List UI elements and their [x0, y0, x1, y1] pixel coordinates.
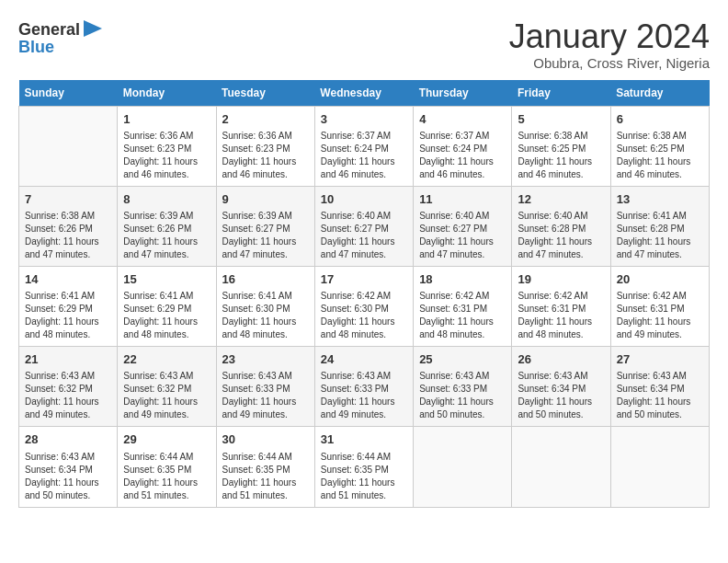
day-number: 15 — [123, 271, 210, 288]
logo: General Blue — [18, 18, 104, 57]
calendar-cell: 19Sunrise: 6:42 AM Sunset: 6:31 PM Dayli… — [512, 266, 610, 346]
day-number: 10 — [321, 191, 407, 208]
day-number: 22 — [123, 351, 210, 368]
calendar-cell: 25Sunrise: 6:43 AM Sunset: 6:33 PM Dayli… — [414, 347, 512, 427]
day-number: 5 — [518, 111, 604, 128]
day-number: 29 — [123, 431, 210, 448]
cell-info: Sunrise: 6:39 AM Sunset: 6:26 PM Dayligh… — [123, 210, 210, 261]
day-number: 27 — [617, 351, 703, 368]
cell-info: Sunrise: 6:44 AM Sunset: 6:35 PM Dayligh… — [222, 451, 309, 502]
weekday-header-friday: Friday — [512, 80, 610, 107]
calendar-week-row: 14Sunrise: 6:41 AM Sunset: 6:29 PM Dayli… — [19, 266, 710, 346]
calendar-cell: 3Sunrise: 6:37 AM Sunset: 6:24 PM Daylig… — [314, 106, 413, 186]
calendar-cell: 24Sunrise: 6:43 AM Sunset: 6:33 PM Dayli… — [314, 347, 413, 427]
cell-info: Sunrise: 6:37 AM Sunset: 6:24 PM Dayligh… — [419, 130, 506, 181]
day-number: 6 — [617, 111, 703, 128]
day-number: 19 — [518, 271, 604, 288]
cell-info: Sunrise: 6:39 AM Sunset: 6:27 PM Dayligh… — [222, 210, 309, 261]
weekday-header-wednesday: Wednesday — [314, 80, 413, 107]
day-number: 20 — [617, 271, 703, 288]
day-number: 3 — [321, 111, 407, 128]
cell-info: Sunrise: 6:41 AM Sunset: 6:28 PM Dayligh… — [617, 210, 703, 261]
day-number: 21 — [25, 351, 111, 368]
calendar-cell: 18Sunrise: 6:42 AM Sunset: 6:31 PM Dayli… — [414, 266, 512, 346]
calendar-cell: 29Sunrise: 6:44 AM Sunset: 6:35 PM Dayli… — [118, 427, 216, 507]
calendar-cell: 16Sunrise: 6:41 AM Sunset: 6:30 PM Dayli… — [216, 266, 314, 346]
cell-info: Sunrise: 6:40 AM Sunset: 6:27 PM Dayligh… — [419, 210, 506, 261]
calendar-cell: 10Sunrise: 6:40 AM Sunset: 6:27 PM Dayli… — [314, 186, 413, 266]
calendar-cell: 30Sunrise: 6:44 AM Sunset: 6:35 PM Dayli… — [216, 427, 314, 507]
day-number: 28 — [25, 431, 111, 448]
day-number: 4 — [419, 111, 506, 128]
svg-marker-0 — [84, 20, 102, 37]
calendar-week-row: 1Sunrise: 6:36 AM Sunset: 6:23 PM Daylig… — [19, 106, 710, 186]
cell-info: Sunrise: 6:42 AM Sunset: 6:30 PM Dayligh… — [321, 290, 407, 341]
calendar-cell — [512, 427, 610, 507]
weekday-header-thursday: Thursday — [414, 80, 512, 107]
logo-arrow-icon — [84, 18, 104, 39]
cell-info: Sunrise: 6:43 AM Sunset: 6:34 PM Dayligh… — [25, 451, 111, 502]
page-header: General Blue January 2024 Obubra, Cross … — [18, 18, 710, 71]
day-number: 11 — [419, 191, 506, 208]
day-number: 13 — [617, 191, 703, 208]
day-number: 24 — [321, 351, 407, 368]
calendar-week-row: 28Sunrise: 6:43 AM Sunset: 6:34 PM Dayli… — [19, 427, 710, 507]
day-number: 7 — [25, 191, 111, 208]
cell-info: Sunrise: 6:43 AM Sunset: 6:32 PM Dayligh… — [25, 370, 111, 421]
logo-text-blue: Blue — [18, 39, 54, 57]
cell-info: Sunrise: 6:44 AM Sunset: 6:35 PM Dayligh… — [321, 451, 407, 502]
weekday-header-sunday: Sunday — [19, 80, 118, 107]
weekday-header-row: SundayMondayTuesdayWednesdayThursdayFrid… — [19, 80, 710, 107]
day-number: 17 — [321, 271, 407, 288]
cell-info: Sunrise: 6:43 AM Sunset: 6:33 PM Dayligh… — [222, 370, 309, 421]
weekday-header-saturday: Saturday — [610, 80, 709, 107]
calendar-cell: 12Sunrise: 6:40 AM Sunset: 6:28 PM Dayli… — [512, 186, 610, 266]
calendar-cell: 11Sunrise: 6:40 AM Sunset: 6:27 PM Dayli… — [414, 186, 512, 266]
calendar-cell — [19, 106, 118, 186]
day-number: 1 — [123, 111, 210, 128]
cell-info: Sunrise: 6:42 AM Sunset: 6:31 PM Dayligh… — [518, 290, 604, 341]
cell-info: Sunrise: 6:42 AM Sunset: 6:31 PM Dayligh… — [617, 290, 703, 341]
day-number: 9 — [222, 191, 309, 208]
calendar-cell: 9Sunrise: 6:39 AM Sunset: 6:27 PM Daylig… — [216, 186, 314, 266]
day-number: 18 — [419, 271, 506, 288]
day-number: 26 — [518, 351, 604, 368]
title-block: January 2024 Obubra, Cross River, Nigeri… — [509, 18, 710, 71]
weekday-header-tuesday: Tuesday — [216, 80, 314, 107]
cell-info: Sunrise: 6:43 AM Sunset: 6:34 PM Dayligh… — [617, 370, 703, 421]
calendar-cell: 6Sunrise: 6:38 AM Sunset: 6:25 PM Daylig… — [610, 106, 709, 186]
cell-info: Sunrise: 6:41 AM Sunset: 6:29 PM Dayligh… — [123, 290, 210, 341]
cell-info: Sunrise: 6:43 AM Sunset: 6:33 PM Dayligh… — [419, 370, 506, 421]
day-number: 23 — [222, 351, 309, 368]
calendar-cell: 27Sunrise: 6:43 AM Sunset: 6:34 PM Dayli… — [610, 347, 709, 427]
cell-info: Sunrise: 6:38 AM Sunset: 6:26 PM Dayligh… — [25, 210, 111, 261]
calendar-cell: 2Sunrise: 6:36 AM Sunset: 6:23 PM Daylig… — [216, 106, 314, 186]
calendar-week-row: 21Sunrise: 6:43 AM Sunset: 6:32 PM Dayli… — [19, 347, 710, 427]
calendar-cell: 26Sunrise: 6:43 AM Sunset: 6:34 PM Dayli… — [512, 347, 610, 427]
cell-info: Sunrise: 6:40 AM Sunset: 6:28 PM Dayligh… — [518, 210, 604, 261]
cell-info: Sunrise: 6:43 AM Sunset: 6:33 PM Dayligh… — [321, 370, 407, 421]
calendar-cell: 17Sunrise: 6:42 AM Sunset: 6:30 PM Dayli… — [314, 266, 413, 346]
calendar-cell: 4Sunrise: 6:37 AM Sunset: 6:24 PM Daylig… — [414, 106, 512, 186]
calendar-cell: 13Sunrise: 6:41 AM Sunset: 6:28 PM Dayli… — [610, 186, 709, 266]
cell-info: Sunrise: 6:36 AM Sunset: 6:23 PM Dayligh… — [123, 130, 210, 181]
cell-info: Sunrise: 6:43 AM Sunset: 6:34 PM Dayligh… — [518, 370, 604, 421]
month-title: January 2024 — [509, 18, 710, 55]
calendar-cell: 5Sunrise: 6:38 AM Sunset: 6:25 PM Daylig… — [512, 106, 610, 186]
day-number: 30 — [222, 431, 309, 448]
calendar-cell: 23Sunrise: 6:43 AM Sunset: 6:33 PM Dayli… — [216, 347, 314, 427]
cell-info: Sunrise: 6:37 AM Sunset: 6:24 PM Dayligh… — [321, 130, 407, 181]
logo-text-general: General — [18, 21, 80, 40]
calendar-cell: 21Sunrise: 6:43 AM Sunset: 6:32 PM Dayli… — [19, 347, 118, 427]
day-number: 12 — [518, 191, 604, 208]
calendar-week-row: 7Sunrise: 6:38 AM Sunset: 6:26 PM Daylig… — [19, 186, 710, 266]
calendar-cell: 1Sunrise: 6:36 AM Sunset: 6:23 PM Daylig… — [118, 106, 216, 186]
day-number: 31 — [321, 431, 407, 448]
cell-info: Sunrise: 6:40 AM Sunset: 6:27 PM Dayligh… — [321, 210, 407, 261]
calendar-cell: 28Sunrise: 6:43 AM Sunset: 6:34 PM Dayli… — [19, 427, 118, 507]
day-number: 8 — [123, 191, 210, 208]
weekday-header-monday: Monday — [118, 80, 216, 107]
calendar-cell: 15Sunrise: 6:41 AM Sunset: 6:29 PM Dayli… — [118, 266, 216, 346]
day-number: 25 — [419, 351, 506, 368]
calendar-cell — [414, 427, 512, 507]
